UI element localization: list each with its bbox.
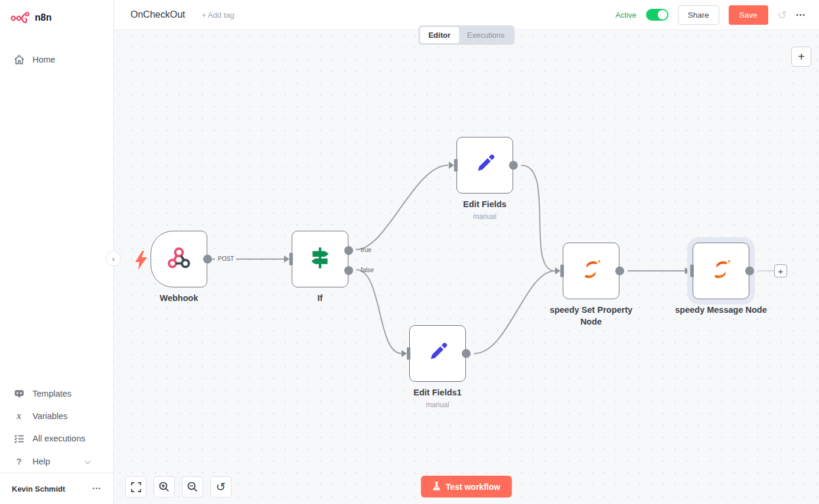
wire-label-false: false bbox=[361, 266, 374, 273]
speedy-icon bbox=[708, 257, 734, 285]
zoom-out-button[interactable] bbox=[182, 476, 203, 498]
input-port[interactable] bbox=[690, 265, 694, 277]
home-icon bbox=[13, 55, 25, 64]
workflow-menu-button[interactable]: ••• bbox=[796, 12, 806, 18]
sidebar-item-help[interactable]: ? Help bbox=[0, 450, 113, 473]
sidebar-spacer bbox=[0, 71, 113, 382]
user-menu[interactable]: Kevin Schmidt ••• bbox=[0, 473, 113, 504]
share-button[interactable]: Share bbox=[678, 5, 719, 25]
n8n-logo-icon bbox=[11, 9, 31, 27]
sidebar-item-label: Help bbox=[32, 457, 50, 466]
canvas-controls: ↺ bbox=[125, 476, 231, 498]
executions-list-icon bbox=[13, 434, 25, 443]
toggle-knob bbox=[658, 10, 667, 19]
node-speedy-set-property[interactable]: speedy Set Property Node bbox=[563, 243, 619, 299]
node-label: Edit Fieldsmanual bbox=[435, 199, 535, 221]
trigger-bolt-icon bbox=[135, 251, 147, 272]
zoom-in-button[interactable] bbox=[154, 476, 175, 498]
save-button[interactable]: Save bbox=[729, 5, 768, 25]
output-port[interactable] bbox=[462, 349, 471, 358]
variables-icon: x bbox=[13, 411, 25, 421]
node-edit-fields1[interactable]: Edit Fields1manual bbox=[409, 325, 466, 382]
output-port[interactable] bbox=[509, 161, 518, 170]
templates-icon bbox=[13, 390, 25, 398]
speedy-icon bbox=[578, 257, 604, 285]
input-port[interactable] bbox=[454, 159, 458, 172]
pencil-icon bbox=[425, 340, 450, 367]
sidebar-item-templates[interactable]: Templates bbox=[0, 382, 113, 405]
sidebar-item-label: Variables bbox=[32, 411, 67, 421]
signpost-icon bbox=[308, 246, 332, 273]
n8n-logo[interactable]: n8n bbox=[0, 0, 113, 32]
active-toggle[interactable] bbox=[646, 9, 668, 21]
user-name: Kevin Schmidt bbox=[12, 485, 65, 493]
node-label: speedy Message Node bbox=[665, 305, 777, 316]
help-icon: ? bbox=[13, 456, 25, 466]
flask-icon bbox=[433, 482, 441, 492]
node-label: Edit Fields1manual bbox=[387, 387, 488, 410]
n8n-logo-text: n8n bbox=[35, 12, 51, 23]
input-port[interactable] bbox=[560, 265, 564, 277]
history-icon: ↺ bbox=[778, 9, 787, 21]
chevron-down-icon bbox=[85, 459, 91, 464]
output-port[interactable] bbox=[615, 267, 624, 276]
workflow-canvas[interactable]: POST true false bbox=[114, 30, 819, 504]
add-tag-button[interactable]: + Add tag bbox=[201, 11, 234, 19]
output-port-false[interactable] bbox=[344, 266, 353, 275]
sidebar-item-label: Templates bbox=[32, 389, 71, 398]
sidebar-item-label: Home bbox=[32, 55, 56, 64]
output-port[interactable] bbox=[745, 267, 754, 276]
active-label: Active bbox=[615, 11, 636, 19]
output-port-true[interactable] bbox=[344, 246, 353, 255]
node-if[interactable]: If bbox=[292, 231, 348, 287]
node-subtitle: manual bbox=[387, 400, 488, 410]
webhook-icon bbox=[166, 245, 192, 273]
test-workflow-label: Test workflow bbox=[446, 482, 500, 492]
pencil-icon bbox=[472, 152, 497, 179]
sidebar-item-label: All executions bbox=[32, 434, 85, 443]
reset-zoom-button[interactable]: ↺ bbox=[210, 476, 231, 498]
node-speedy-message[interactable]: speedy Message Node bbox=[693, 243, 749, 299]
sidebar-item-home[interactable]: Home bbox=[0, 48, 113, 71]
node-subtitle: manual bbox=[435, 212, 535, 221]
collapse-sidebar-button[interactable]: ‹ bbox=[106, 251, 121, 266]
sidebar-item-all-executions[interactable]: All executions bbox=[0, 427, 113, 450]
add-connected-node-button[interactable]: + bbox=[774, 264, 787, 277]
workflow-title[interactable]: OnCheckOut bbox=[130, 9, 185, 20]
main-area: OnCheckOut + Add tag Active Share Save ↺… bbox=[114, 0, 819, 504]
node-webhook[interactable]: Webhook bbox=[151, 231, 207, 287]
editor-executions-tabs: Editor Executions bbox=[418, 25, 514, 45]
reset-icon: ↺ bbox=[216, 480, 226, 494]
node-edit-fields[interactable]: Edit Fieldsmanual bbox=[456, 137, 513, 194]
tab-executions[interactable]: Executions bbox=[459, 27, 513, 43]
wire-label-post: POST bbox=[218, 256, 234, 262]
input-port[interactable] bbox=[289, 253, 293, 266]
tab-editor[interactable]: Editor bbox=[420, 27, 459, 43]
output-port[interactable] bbox=[203, 255, 212, 264]
sidebar: n8n Home Templates x Variables bbox=[0, 0, 114, 504]
node-label: Webhook bbox=[129, 293, 229, 305]
user-options-button[interactable]: ••• bbox=[93, 486, 102, 492]
input-port[interactable] bbox=[407, 348, 410, 360]
node-label: If bbox=[270, 293, 370, 305]
fit-view-button[interactable] bbox=[125, 476, 146, 498]
sidebar-item-variables[interactable]: x Variables bbox=[0, 405, 113, 427]
add-node-button[interactable]: + bbox=[791, 47, 811, 67]
node-label: speedy Set Property Node bbox=[544, 305, 638, 328]
app-window: n8n Home Templates x Variables bbox=[0, 0, 819, 504]
test-workflow-button[interactable]: Test workflow bbox=[421, 476, 512, 498]
wire-label-true: true bbox=[361, 246, 371, 253]
